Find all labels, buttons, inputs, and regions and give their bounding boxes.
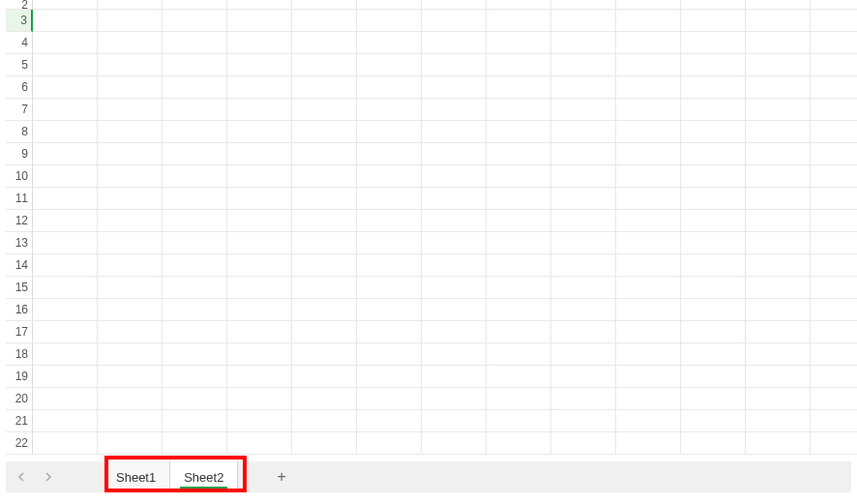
- row-header[interactable]: 7: [6, 99, 33, 121]
- cell[interactable]: [33, 76, 98, 99]
- cell[interactable]: [746, 32, 811, 54]
- cell[interactable]: [551, 76, 616, 99]
- cell[interactable]: [227, 0, 292, 10]
- cell[interactable]: [811, 388, 857, 410]
- cell[interactable]: [98, 343, 163, 366]
- sheet-tab-sheet2[interactable]: Sheet2: [170, 461, 238, 492]
- cell[interactable]: [357, 232, 422, 254]
- cell[interactable]: [292, 76, 357, 99]
- cell[interactable]: [422, 232, 487, 254]
- cell[interactable]: [422, 121, 487, 143]
- cell[interactable]: [357, 410, 422, 432]
- cell[interactable]: [681, 99, 746, 121]
- cell[interactable]: [422, 254, 487, 277]
- cell[interactable]: [746, 210, 811, 232]
- cell[interactable]: [163, 410, 227, 432]
- cell[interactable]: [422, 410, 487, 432]
- cell[interactable]: [33, 99, 98, 121]
- cell[interactable]: [357, 10, 422, 32]
- cell[interactable]: [357, 432, 422, 455]
- spreadsheet-grid[interactable]: 2345678910111213141516171819202122: [6, 0, 851, 461]
- cell[interactable]: [811, 76, 857, 99]
- cell[interactable]: [33, 366, 98, 388]
- cell[interactable]: [292, 232, 357, 254]
- cell[interactable]: [746, 432, 811, 455]
- cell[interactable]: [163, 188, 227, 210]
- sheet-nav-prev[interactable]: [14, 469, 29, 485]
- cell[interactable]: [487, 232, 551, 254]
- add-sheet-button[interactable]: +: [257, 468, 305, 486]
- cell[interactable]: [227, 343, 292, 366]
- cell[interactable]: [681, 210, 746, 232]
- cell[interactable]: [551, 432, 616, 455]
- cell[interactable]: [357, 299, 422, 321]
- row-header[interactable]: 6: [6, 76, 33, 99]
- cell[interactable]: [33, 210, 98, 232]
- cell[interactable]: [98, 232, 163, 254]
- cell[interactable]: [33, 232, 98, 254]
- cell[interactable]: [422, 343, 487, 366]
- cell[interactable]: [227, 299, 292, 321]
- cell[interactable]: [551, 299, 616, 321]
- cell[interactable]: [163, 299, 227, 321]
- cell[interactable]: [487, 432, 551, 455]
- cell[interactable]: [422, 32, 487, 54]
- cell[interactable]: [487, 277, 551, 299]
- cell[interactable]: [811, 277, 857, 299]
- cell[interactable]: [422, 0, 487, 10]
- cell[interactable]: [163, 143, 227, 165]
- cell[interactable]: [811, 254, 857, 277]
- cell[interactable]: [357, 99, 422, 121]
- sheet-tab-sheet1[interactable]: Sheet1: [103, 461, 170, 492]
- cell[interactable]: [98, 121, 163, 143]
- cell[interactable]: [551, 366, 616, 388]
- cell[interactable]: [422, 99, 487, 121]
- cell[interactable]: [292, 321, 357, 343]
- row-header[interactable]: 9: [6, 143, 33, 165]
- cell[interactable]: [357, 210, 422, 232]
- cell[interactable]: [422, 299, 487, 321]
- cell[interactable]: [681, 143, 746, 165]
- cell[interactable]: [292, 54, 357, 76]
- cell[interactable]: [746, 299, 811, 321]
- cell[interactable]: [746, 321, 811, 343]
- cell[interactable]: [811, 121, 857, 143]
- cell[interactable]: [616, 121, 681, 143]
- row-header[interactable]: 21: [6, 410, 33, 432]
- cell[interactable]: [227, 143, 292, 165]
- cell[interactable]: [681, 188, 746, 210]
- cell[interactable]: [616, 232, 681, 254]
- cell[interactable]: [811, 165, 857, 188]
- cell[interactable]: [33, 54, 98, 76]
- cell[interactable]: [98, 0, 163, 10]
- cell[interactable]: [227, 32, 292, 54]
- row-header[interactable]: 19: [6, 366, 33, 388]
- row-header[interactable]: 2: [6, 0, 33, 10]
- cell[interactable]: [227, 210, 292, 232]
- cell[interactable]: [616, 99, 681, 121]
- row-header[interactable]: 5: [6, 54, 33, 76]
- cell[interactable]: [551, 232, 616, 254]
- cell[interactable]: [616, 299, 681, 321]
- cell[interactable]: [746, 277, 811, 299]
- row-header[interactable]: 8: [6, 121, 33, 143]
- cell[interactable]: [33, 121, 98, 143]
- cell[interactable]: [98, 254, 163, 277]
- cell[interactable]: [422, 210, 487, 232]
- row-header[interactable]: 20: [6, 388, 33, 410]
- cell[interactable]: [163, 32, 227, 54]
- cell[interactable]: [811, 99, 857, 121]
- cell[interactable]: [163, 232, 227, 254]
- cell[interactable]: [681, 321, 746, 343]
- cell[interactable]: [357, 76, 422, 99]
- cell[interactable]: [616, 366, 681, 388]
- cell[interactable]: [357, 321, 422, 343]
- cell[interactable]: [163, 210, 227, 232]
- cell[interactable]: [681, 165, 746, 188]
- cell[interactable]: [163, 432, 227, 455]
- cell[interactable]: [616, 321, 681, 343]
- cell[interactable]: [487, 0, 551, 10]
- cell[interactable]: [681, 121, 746, 143]
- cell[interactable]: [487, 10, 551, 32]
- cell[interactable]: [33, 299, 98, 321]
